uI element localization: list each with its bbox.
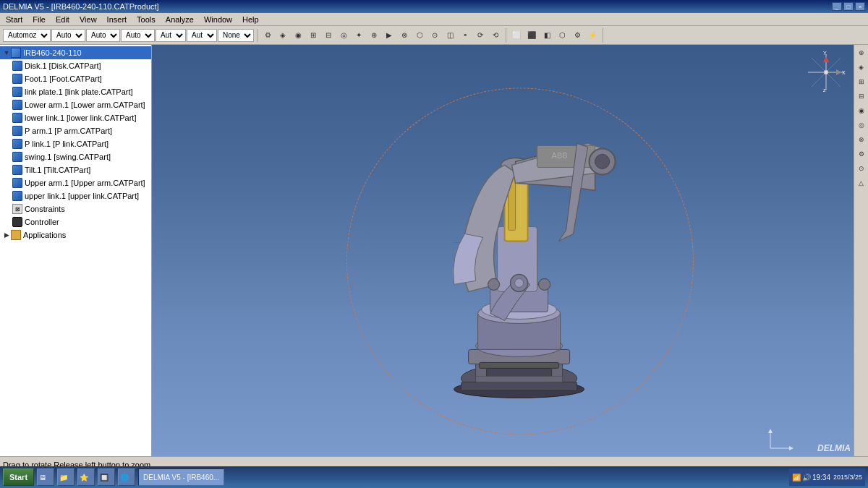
toolbar-select-2[interactable]: Auto <box>51 29 85 42</box>
tree-item-tilt[interactable]: Tilt.1 [Tilt.CATPart] <box>0 163 151 176</box>
toolbar-btn-8[interactable]: ⊕ <box>367 28 381 43</box>
clock-time: 19:34 <box>812 474 830 481</box>
part-icon-linkplate <box>12 86 23 98</box>
taskbar-app-delmia[interactable]: DELMIA V5 - [IRB460... <box>138 468 224 486</box>
toolbar-btn-22[interactable]: ⚡ <box>585 28 600 43</box>
tree-item-lowerarm[interactable]: Lower arm.1 [Lower arm.CATPart] <box>0 98 151 111</box>
toolbar-btn-9[interactable]: ▶ <box>382 28 396 43</box>
tree-root[interactable]: ▼ IRB460-240-110 <box>0 46 151 59</box>
menu-edit[interactable]: Edit <box>51 14 74 25</box>
menu-view[interactable]: View <box>75 14 101 25</box>
menu-start[interactable]: Start <box>1 14 27 25</box>
menu-insert[interactable]: Insert <box>103 14 132 25</box>
toolbar-btn-7[interactable]: ✦ <box>352 28 366 43</box>
close-button[interactable]: × <box>855 2 865 11</box>
svg-text:Y: Y <box>823 51 827 56</box>
menu-tools[interactable]: Tools <box>132 14 160 25</box>
tree-item-parm[interactable]: P arm.1 [P arm.CATPart] <box>0 124 151 137</box>
menu-window[interactable]: Window <box>200 14 237 25</box>
right-btn-8[interactable]: ⚙ <box>855 147 868 160</box>
toolbar-select-7[interactable]: None <box>218 29 254 42</box>
right-btn-7[interactable]: ⊗ <box>855 133 868 146</box>
toolbar-btn-11[interactable]: ⬡ <box>412 28 427 43</box>
tree-item-upperarm[interactable]: Upper arm.1 [Upper arm.CATPart] <box>0 176 151 189</box>
svg-text:X: X <box>842 70 846 75</box>
toolbar-btn-19[interactable]: ◧ <box>540 28 554 43</box>
tree-item-constraints[interactable]: ⊠ Constraints <box>0 202 151 215</box>
tree-item-plink[interactable]: P link.1 [P link.CATPart] <box>0 137 151 150</box>
taskbar-quick-2[interactable]: 📁 <box>57 468 75 486</box>
svg-point-18 <box>488 278 500 290</box>
toolbar-select-4[interactable]: Auto <box>121 29 155 42</box>
svg-text:ABB: ABB <box>552 151 568 160</box>
right-btn-3[interactable]: ⊞ <box>855 75 868 88</box>
toolbar-btn-14[interactable]: ⚬ <box>458 28 472 43</box>
maximize-button[interactable]: □ <box>843 2 854 11</box>
toolbar-btn-12[interactable]: ⊙ <box>427 28 442 43</box>
toolbar-btn-2[interactable]: ◈ <box>276 28 290 43</box>
taskbar-quick-5[interactable]: 🌐 <box>118 468 135 486</box>
toolbar-btn-15[interactable]: ⟳ <box>473 28 488 43</box>
part-icon-upperlink <box>12 190 23 202</box>
tree-label-foot: Foot.1 [Foot.CATPart] <box>25 74 102 83</box>
toolbar-select-6[interactable]: Aut <box>187 29 217 42</box>
taskbar-quick-1[interactable]: 🖥 <box>37 468 54 486</box>
apps-icon <box>10 229 22 241</box>
tree-item-disk[interactable]: Disk.1 [Disk.CATPart] <box>0 59 151 72</box>
toolbar-btn-13[interactable]: ◫ <box>443 28 457 43</box>
taskbar: Start 🖥 📁 ⭐ 🔲 🌐 DELMIA V5 - [IRB460... 📶… <box>0 466 868 488</box>
start-button[interactable]: Start <box>3 468 34 486</box>
toolbar-btn-18[interactable]: ⬛ <box>524 28 539 43</box>
expand-icon-apps[interactable]: ▶ <box>3 231 10 239</box>
toolbar-btn-1[interactable]: ⚙ <box>260 28 275 43</box>
taskbar-app-label: DELMIA V5 - [IRB460... <box>143 474 219 481</box>
tree-item-foot[interactable]: Foot.1 [Foot.CATPart] <box>0 72 151 85</box>
right-btn-9[interactable]: ⊙ <box>855 162 868 175</box>
right-btn-2[interactable]: ◈ <box>855 61 868 74</box>
toolbar-btn-17[interactable]: ⬜ <box>509 28 524 43</box>
toolbar-btn-4[interactable]: ⊞ <box>306 28 320 43</box>
tray-icon-1: 📶 <box>792 474 801 481</box>
menu-analyze[interactable]: Analyze <box>161 14 198 25</box>
right-btn-10[interactable]: △ <box>855 176 868 189</box>
toolbar-select-5[interactable]: Aut <box>156 29 186 42</box>
right-btn-5[interactable]: ◉ <box>855 104 868 117</box>
toolbar-btn-21[interactable]: ⚙ <box>570 28 584 43</box>
tree-label-linkplate: link plate.1 [link plate.CATPart] <box>25 87 133 96</box>
menu-file[interactable]: File <box>28 14 50 25</box>
svg-marker-38 <box>789 446 793 450</box>
toolbar-group-icons: ⚙ ◈ ◉ ⊞ ⊟ ◎ ✦ ⊕ ▶ ⊗ ⬡ ⊙ ◫ ⚬ ⟳ ⟲ <box>260 28 506 43</box>
menubar: Start File Edit View Insert Tools Analyz… <box>0 13 868 26</box>
toolbar-btn-20[interactable]: ⬡ <box>555 28 569 43</box>
right-btn-4[interactable]: ⊟ <box>855 90 868 103</box>
toolbar-btn-5[interactable]: ⊟ <box>321 28 336 43</box>
toolbar-btn-6[interactable]: ◎ <box>336 28 351 43</box>
tree-item-swing[interactable]: swing.1 [swing.CATPart] <box>0 150 151 163</box>
taskbar-quick-3[interactable]: ⭐ <box>77 468 95 486</box>
minimize-button[interactable]: _ <box>832 2 842 11</box>
viewport[interactable]: ABB <box>152 45 854 456</box>
svg-rect-23 <box>461 382 577 390</box>
taskbar-quick-4[interactable]: 🔲 <box>98 468 115 486</box>
menu-help[interactable]: Help <box>238 14 263 25</box>
expand-icon[interactable]: ▼ <box>3 49 10 56</box>
toolbar-select-3[interactable]: Auto <box>86 29 120 42</box>
right-btn-1[interactable]: ⊕ <box>855 46 868 59</box>
tree-panel: ▼ IRB460-240-110 Disk.1 [Disk.CATPart] F… <box>0 45 152 456</box>
part-icon-plink <box>12 138 23 150</box>
tree-item-linkplate[interactable]: link plate.1 [link plate.CATPart] <box>0 85 151 98</box>
tree-item-upperlink[interactable]: upper link.1 [upper link.CATPart] <box>0 189 151 202</box>
right-toolbar: ⊕ ◈ ⊞ ⊟ ◉ ◎ ⊗ ⚙ ⊙ △ <box>854 45 868 456</box>
tree-item-controller[interactable]: Controller <box>0 215 151 228</box>
tree-item-applications[interactable]: ▶ Applications <box>0 228 151 241</box>
compass: Y X z <box>804 51 848 94</box>
toolbar-select-1[interactable]: Automoz <box>3 29 51 42</box>
tree-label-controller: Controller <box>25 218 59 226</box>
toolbar-btn-10[interactable]: ⊗ <box>397 28 412 43</box>
toolbar-btn-16[interactable]: ⟲ <box>488 28 503 43</box>
toolbar-btn-3[interactable]: ◉ <box>291 28 305 43</box>
tree-item-lowerlink[interactable]: lower link.1 [lower link.CATPart] <box>0 111 151 124</box>
right-btn-6[interactable]: ◎ <box>855 119 868 132</box>
delmia-logo: DELMIA <box>817 443 851 453</box>
svg-marker-30 <box>823 56 829 62</box>
